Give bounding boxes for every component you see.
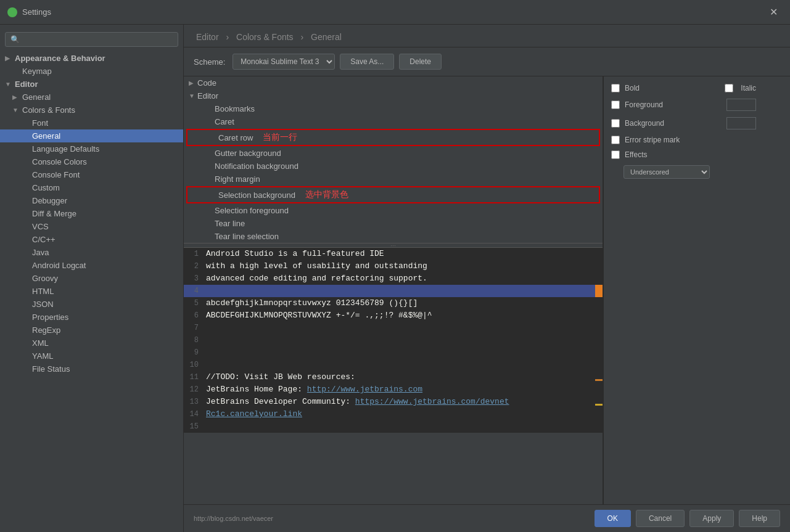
sidebar-item-general2[interactable]: General [0,129,183,142]
sidebar-item-console-colors[interactable]: Console Colors [0,155,183,168]
ok-button[interactable]: OK [595,510,631,527]
tree-item-tear-line[interactable]: Tear line [184,217,603,230]
sidebar-item-diff-merge[interactable]: Diff & Merge [0,207,183,220]
tree-annotation-selection-bg: 选中背景色 [305,189,348,200]
tree-item-caret[interactable]: Caret [184,115,603,128]
tree-arrow-code: ▶ [189,80,197,86]
tree-item-tear-line-sel[interactable]: Tear line selection [184,230,603,243]
tree-scroll[interactable]: ▶ Code▼ EditorBookmarksCaretCaret row当前一… [184,76,603,504]
sidebar-item-colors-fonts[interactable]: ▼ Colors & Fonts [0,104,183,117]
sidebar-item-groovy[interactable]: Groovy [0,272,183,285]
sidebar-item-regexp[interactable]: RegExp [0,324,183,337]
breadcrumb-sep1: › [226,32,231,42]
sidebar-label-vcs: VCS [32,222,49,231]
background-color-box[interactable] [726,117,756,129]
sidebar-label-general: General [22,92,51,102]
tree-item-selection-bg[interactable]: Selection background选中背景色 [186,186,600,203]
sidebar-label-font: Font [32,118,48,128]
tree-item-code[interactable]: ▶ Code [184,76,603,89]
background-label: Background [625,119,722,128]
tree-items-container: ▶ Code▼ EditorBookmarksCaretCaret row当前一… [184,76,603,243]
right-panel: Editor › Colors & Fonts › General Scheme… [184,25,790,532]
bold-checkbox[interactable] [611,84,620,92]
sidebar-item-xml[interactable]: XML [0,337,183,350]
tree-label-gutter-bg: Gutter background [215,149,281,158]
tree-panel: ▶ Code▼ EditorBookmarksCaretCaret row当前一… [184,76,603,504]
sidebar-item-vcs[interactable]: VCS [0,220,183,233]
error-stripe-row: Error stripe mark [611,136,756,144]
italic-label: Italic [741,84,756,92]
sidebar-item-json[interactable]: JSON [0,298,183,311]
sidebar-item-file-status[interactable]: File Status [0,362,183,375]
sidebar-item-appearance[interactable]: ▶ Appearance & Behavior [0,52,183,65]
sidebar-item-properties[interactable]: Properties [0,311,183,324]
sidebar-item-custom[interactable]: Custom [0,181,183,194]
code-line-9: 9 [184,346,603,359]
tree-item-notification-bg[interactable]: Notification background [184,160,603,173]
search-input[interactable] [5,32,178,47]
sidebar-item-keymap[interactable]: Keymap [0,65,183,78]
sidebar-item-cpp[interactable]: C/C++ [0,233,183,246]
sidebar-item-java[interactable]: Java [0,246,183,259]
sidebar-label-appearance: Appearance & Behavior [15,54,105,63]
app-icon [7,7,17,17]
error-stripe-checkbox[interactable] [611,136,620,144]
sidebar-item-editor[interactable]: ▼ Editor [0,78,183,91]
tree-label-selection-bg: Selection background [218,190,295,200]
delete-button[interactable]: Delete [399,54,442,70]
tree-item-bookmarks[interactable]: Bookmarks [184,102,603,115]
foreground-checkbox[interactable] [611,100,620,109]
effects-select-row: Underscored Bordered Box Bold Bordered W… [611,165,756,179]
breadcrumb-general: General [311,32,342,42]
tree-item-gutter-bg[interactable]: Gutter background [184,147,603,160]
sidebar-label-keymap: Keymap [22,67,52,76]
sidebar-label-file-status: File Status [32,364,70,374]
sidebar-arrow-appearance: ▶ [5,55,12,62]
sidebar-label-android-logcat: Android Logcat [32,261,86,270]
divider-drag-handle[interactable]: ··· [184,243,603,248]
sidebar-item-debugger[interactable]: Debugger [0,194,183,207]
sidebar-item-yaml[interactable]: YAML [0,350,183,362]
sidebar-label-custom: Custom [32,183,60,192]
tree-item-editor[interactable]: ▼ Editor [184,89,603,102]
sidebar-item-console-font[interactable]: Console Font [0,168,183,181]
code-line-10: 10 [184,359,603,371]
sidebar-label-debugger: Debugger [32,196,67,205]
background-checkbox[interactable] [611,119,620,128]
sidebar-arrow-general: ▶ [12,94,20,100]
sidebar-label-yaml: YAML [32,351,53,361]
foreground-color-box[interactable] [726,99,756,111]
effects-label: Effects [625,150,756,159]
sidebar: ▶ Appearance & BehaviorKeymap▼ Editor▶ G… [0,25,184,532]
code-line-4: 4 [184,285,603,297]
sidebar-label-console-font: Console Font [32,170,80,179]
breadcrumb-sep2: › [301,32,307,42]
effects-dropdown[interactable]: Underscored Bordered Box Bold Bordered W… [623,165,710,179]
tree-label-right-margin: Right margin [215,174,260,184]
code-line-2: 2 with a high level of usability and out… [184,260,603,272]
close-button[interactable]: ✕ [765,4,783,20]
sidebar-item-general[interactable]: ▶ General [0,91,183,104]
sidebar-label-language-defaults: Language Defaults [32,144,99,153]
effects-checkbox[interactable] [611,150,620,159]
sidebar-item-android-logcat[interactable]: Android Logcat [0,259,183,272]
save-as-button[interactable]: Save As... [340,54,394,70]
tree-item-right-margin[interactable]: Right margin [184,173,603,186]
tree-item-caret-row[interactable]: Caret row当前一行 [186,129,600,146]
bold-label: Bold [625,84,710,92]
bold-italic-row: Bold Italic [611,84,756,92]
apply-button[interactable]: Apply [689,510,734,527]
sidebar-item-font[interactable]: Font [0,117,183,129]
help-button[interactable]: Help [739,510,780,527]
cancel-button[interactable]: Cancel [636,510,685,527]
scheme-select[interactable]: Monokai Sublime Text 3 [232,54,335,70]
tree-item-selection-fg[interactable]: Selection foreground [184,204,603,217]
sidebar-item-language-defaults[interactable]: Language Defaults [0,142,183,155]
code-line-13: 13 JetBrains Developer Community: https:… [184,396,603,408]
bottom-bar: http://blog.csdn.net/vaecer OK Cancel Ap… [184,504,790,532]
sidebar-label-general2: General [32,131,60,141]
italic-checkbox[interactable] [725,84,733,92]
properties-panel: Bold Italic Foreground Background [603,76,763,504]
sidebar-item-html[interactable]: HTML [0,285,183,298]
code-line-6: 6 ABCDEFGHIJKLMNOPQRSTUVWXYZ +-*/= .,;;!… [184,309,603,322]
